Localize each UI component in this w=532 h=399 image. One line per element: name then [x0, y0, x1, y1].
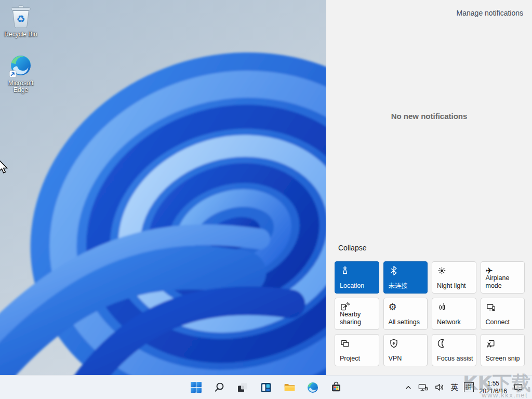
- connect-icon: [486, 302, 497, 312]
- task-view-button[interactable]: [236, 381, 249, 394]
- quick-action-screen-snip[interactable]: Screen snip: [481, 334, 525, 366]
- recycle-bin-icon: ♻: [9, 3, 33, 30]
- taskbar-center-icons: [189, 376, 343, 399]
- svg-text:♻: ♻: [16, 13, 25, 25]
- desktop-icon-recycle-bin[interactable]: ♻ Recycle Bin: [2, 3, 39, 38]
- clock-time: 1:55: [480, 380, 507, 388]
- search-icon: [214, 381, 225, 393]
- microsoft-edge-icon: [8, 54, 33, 78]
- quick-action-connect[interactable]: Connect: [481, 298, 525, 330]
- desktop: ♻ Recycle Bin Microsoft Edge Manage noti…: [0, 0, 532, 399]
- desktop-icon-label: Recycle Bin: [2, 31, 39, 38]
- tray-clock[interactable]: 1:55 2021/6/16: [480, 380, 507, 395]
- screen-snip-icon: [486, 338, 497, 349]
- tray-chevron-up-button[interactable]: [405, 384, 412, 391]
- tray-ime-mode-button[interactable]: 拼: [464, 382, 474, 392]
- quick-action-night-light[interactable]: Night light: [432, 261, 476, 294]
- quick-action-nearby-sharing[interactable]: Nearby sharing: [335, 298, 379, 330]
- tray-network-button[interactable]: [418, 382, 429, 393]
- taskbar: 英 拼 1:55 2021/6/16: [0, 375, 532, 399]
- notification-center-button[interactable]: [513, 382, 524, 393]
- quick-action-all-settings[interactable]: ⚙ All settings: [383, 298, 428, 330]
- bluetooth-icon: [389, 265, 400, 276]
- settings-gear-icon: ⚙: [389, 302, 400, 312]
- quick-action-airplane-mode[interactable]: ✈ Airplane mode: [481, 261, 525, 294]
- edge-browser-button[interactable]: [306, 381, 320, 394]
- quick-action-vpn[interactable]: VPN: [383, 334, 428, 366]
- widgets-button[interactable]: [259, 381, 273, 394]
- project-icon: [340, 338, 351, 349]
- notification-bubble-icon: [513, 382, 524, 393]
- quick-action-network[interactable]: Network: [432, 298, 476, 330]
- task-view-icon: [236, 381, 249, 394]
- network-icon: [437, 302, 448, 312]
- desktop-wallpaper: [0, 0, 326, 375]
- quick-actions-grid: Location 未连接 Night light: [335, 261, 525, 366]
- tray-language-indicator[interactable]: 英: [451, 383, 458, 392]
- tray-volume-button[interactable]: [434, 382, 445, 393]
- no-notifications-text: No new notifications: [326, 112, 532, 121]
- night-light-icon: [437, 265, 448, 276]
- widgets-icon: [260, 381, 272, 394]
- desktop-icon-label: Microsoft Edge: [2, 80, 39, 94]
- microsoft-store-button[interactable]: [329, 381, 343, 394]
- vpn-shield-icon: [389, 338, 400, 349]
- quick-action-project[interactable]: Project: [335, 334, 379, 366]
- microsoft-store-icon: [330, 381, 342, 394]
- clock-date: 2021/6/16: [480, 388, 507, 395]
- collapse-button[interactable]: Collapse: [338, 244, 366, 252]
- volume-speaker-icon: [434, 382, 445, 393]
- system-tray: 英 拼 1:55 2021/6/16: [405, 376, 524, 399]
- quick-action-bluetooth[interactable]: 未连接: [383, 261, 428, 294]
- file-explorer-button[interactable]: [283, 381, 296, 394]
- focus-assist-moon-icon: [437, 338, 448, 349]
- chevron-up-icon: [405, 384, 412, 391]
- network-ethernet-icon: [418, 382, 429, 393]
- file-explorer-folder-icon: [283, 381, 296, 394]
- desktop-icon-microsoft-edge[interactable]: Microsoft Edge: [2, 54, 39, 94]
- search-button[interactable]: [212, 381, 226, 394]
- quick-action-focus-assist[interactable]: Focus assist: [432, 334, 476, 366]
- location-icon: [340, 265, 351, 276]
- action-center-panel: Manage notifications No new notification…: [326, 0, 532, 375]
- start-windows-icon: [190, 381, 203, 394]
- microsoft-edge-icon: [307, 381, 319, 394]
- manage-notifications-link[interactable]: Manage notifications: [457, 9, 523, 17]
- quick-action-location[interactable]: Location: [335, 261, 379, 294]
- start-button[interactable]: [189, 381, 203, 394]
